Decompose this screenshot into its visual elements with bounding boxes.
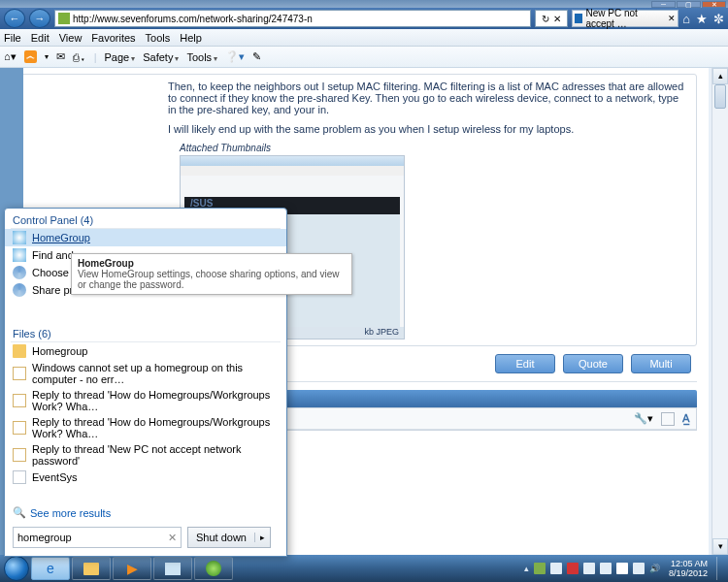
multi-button[interactable]: Multi	[631, 354, 691, 373]
tooltip: HomeGroup View HomeGroup settings, choos…	[71, 253, 352, 295]
back-button[interactable]: ←	[4, 9, 25, 28]
taskbar-wmp[interactable]: ▶	[113, 557, 151, 580]
tools-menu[interactable]: Tools	[186, 51, 217, 63]
tray-up-icon[interactable]: ▴	[524, 564, 529, 573]
tray-icon[interactable]	[567, 563, 579, 574]
file-result[interactable]: Windows cannot set up a homegroup on thi…	[5, 360, 286, 387]
refresh-stop[interactable]: ↻✕	[535, 10, 568, 27]
network-icon[interactable]	[633, 563, 645, 574]
print-icon[interactable]: ⎙▾	[73, 51, 86, 63]
rss-icon[interactable]: ෴	[24, 50, 37, 63]
tooltip-body: View HomeGroup settings, choose sharing …	[78, 269, 339, 290]
file-result[interactable]: Reply to thread 'New PC not accept netwo…	[5, 441, 286, 469]
url-text: http://www.sevenforums.com/network-shari…	[73, 14, 313, 24]
file-result[interactable]: Reply to thread 'How do Homegroups/Workg…	[5, 387, 286, 414]
tab-favicon	[575, 14, 582, 23]
settings-icon	[13, 266, 26, 279]
post-paragraph: I will likely end up with the same probl…	[168, 123, 686, 135]
taskbar: e ▶ ▴ 🔊 12:05 AM 8/19/2012	[0, 555, 728, 582]
files-header: Files (6)	[5, 322, 286, 341]
favorites-icon[interactable]: ★	[696, 12, 708, 26]
see-more-results[interactable]: 🔍See more results	[13, 506, 111, 519]
mail-icon	[13, 421, 26, 435]
control-panel-header: Control Panel (4)	[5, 209, 286, 228]
shutdown-options-icon[interactable]: ▸	[254, 533, 270, 542]
tooltip-title: HomeGroup	[78, 258, 134, 269]
ie-icon: e	[47, 561, 54, 576]
wrench-icon[interactable]: 🔧▾	[634, 412, 653, 425]
browser-navbar: ← → http://www.sevenforums.com/network-s…	[0, 8, 728, 29]
minimize-button[interactable]: ─	[651, 1, 676, 8]
taskbar-explorer[interactable]	[72, 557, 111, 580]
address-bar[interactable]: http://www.sevenforums.com/network-shari…	[54, 10, 531, 27]
home-icon[interactable]: ⌂	[682, 12, 690, 26]
quote-button[interactable]: Quote	[563, 354, 623, 373]
tab-title: New PC not accept …	[585, 8, 665, 29]
start-button[interactable]	[4, 556, 29, 581]
shutdown-button[interactable]: Shut down ▸	[187, 527, 271, 548]
pen-icon[interactable]: ✎	[252, 50, 261, 63]
clock[interactable]: 12:05 AM 8/19/2012	[669, 559, 708, 578]
scroll-down-arrow[interactable]: ▾	[712, 538, 728, 555]
show-desktop-button[interactable]	[716, 557, 724, 580]
taskbar-wmc[interactable]	[153, 557, 192, 580]
home-small-icon[interactable]: ⌂▾	[4, 50, 17, 63]
maximize-button[interactable]: ▢	[677, 1, 701, 8]
menu-bar: File Edit View Favorites Tools Help	[0, 29, 728, 47]
search-text: homegroup	[17, 532, 72, 543]
page-menu[interactable]: Page	[105, 51, 136, 63]
file-icon	[13, 470, 26, 484]
search-input[interactable]: homegroup ✕	[13, 527, 182, 548]
close-button[interactable]: ✕	[702, 1, 726, 8]
expand-icon[interactable]	[661, 412, 675, 426]
menu-favorites[interactable]: Favorites	[91, 32, 135, 44]
menu-edit[interactable]: Edit	[31, 32, 50, 44]
flag-icon[interactable]	[616, 563, 628, 574]
file-result[interactable]: Homegroup	[5, 342, 286, 360]
homegroup-icon	[13, 248, 26, 262]
folder-icon	[13, 344, 26, 358]
tray-icon[interactable]	[534, 563, 546, 574]
tab-close-icon[interactable]: ✕	[668, 14, 676, 23]
file-result[interactable]: Reply to thread 'How do Homegroups/Workg…	[5, 414, 286, 441]
wmp-icon: ▶	[127, 561, 138, 576]
sep: |	[94, 51, 97, 63]
file-result[interactable]: EventSys	[5, 469, 286, 486]
tray-icon[interactable]	[600, 563, 612, 574]
folder-icon	[83, 563, 99, 575]
wmc-icon	[165, 563, 181, 575]
clear-search-icon[interactable]: ✕	[168, 532, 177, 544]
app-icon	[206, 561, 221, 576]
menu-file[interactable]: File	[4, 32, 21, 44]
post-paragraph: Then, to keep the neighbors out I setup …	[168, 81, 686, 115]
scroll-up-arrow[interactable]: ▴	[712, 68, 728, 84]
site-icon	[58, 13, 70, 24]
taskbar-ie[interactable]: e	[31, 557, 70, 580]
command-bar: ⌂▾ ෴▾ ✉ ⎙▾ | Page Safety Tools ❔▾ ✎	[0, 47, 728, 68]
mail-icon	[13, 394, 26, 407]
browser-tab[interactable]: New PC not accept … ✕	[572, 10, 678, 27]
tray-icon[interactable]	[550, 563, 562, 574]
taskbar-app[interactable]	[194, 557, 233, 580]
result-homegroup[interactable]: HomeGroup	[5, 229, 286, 246]
menu-help[interactable]: Help	[180, 32, 202, 44]
forward-button[interactable]: →	[29, 9, 50, 28]
help-icon[interactable]: ❔▾	[225, 50, 245, 63]
tray-icon[interactable]	[583, 563, 595, 574]
tools-icon[interactable]: ✼	[713, 12, 724, 26]
search-icon: 🔍	[13, 506, 26, 519]
attachments-label: Attached Thumbnails	[180, 143, 686, 153]
mail-icon[interactable]: ✉	[56, 50, 65, 63]
switch-editor-icon[interactable]: A̲	[682, 412, 690, 425]
menu-view[interactable]: View	[59, 32, 83, 44]
edit-button[interactable]: Edit	[495, 354, 555, 373]
volume-icon[interactable]: 🔊	[649, 564, 660, 573]
menu-tools[interactable]: Tools	[146, 32, 171, 44]
safety-menu[interactable]: Safety	[143, 51, 179, 63]
scroll-thumb[interactable]	[714, 84, 726, 109]
system-tray: ▴ 🔊 12:05 AM 8/19/2012	[524, 557, 724, 580]
window-titlebar: ─ ▢ ✕	[0, 0, 728, 8]
clock-date: 8/19/2012	[669, 568, 708, 578]
mail-icon	[13, 448, 26, 462]
vertical-scrollbar[interactable]: ▴ ▾	[711, 68, 728, 555]
